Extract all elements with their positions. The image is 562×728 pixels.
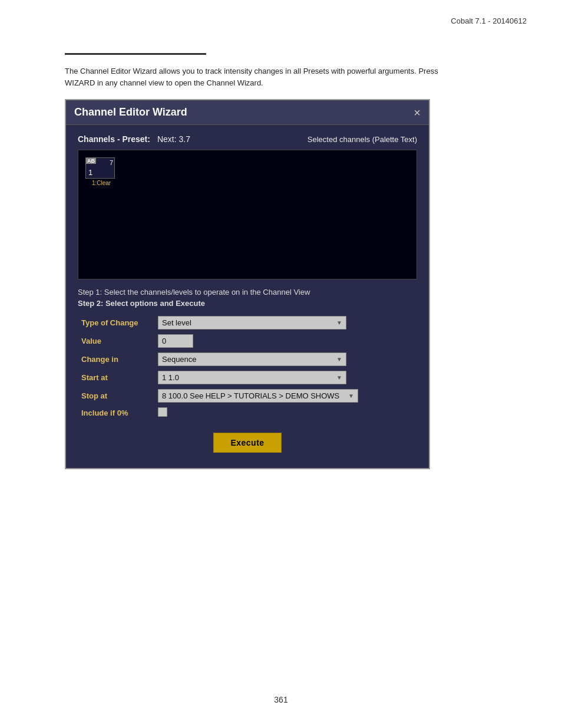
stop-at-label: Stop at [78, 387, 154, 405]
stop-at-dropdown[interactable]: 8 100.0 See HELP > TUTORIALS > DEMO SHOW… [158, 389, 358, 403]
options-table: Type of Change Set level ▼ Value [78, 314, 417, 421]
step2-text: Step 2: Select options and Execute [78, 299, 417, 308]
dropdown-arrow-icon4: ▼ [348, 393, 354, 399]
palette-text-label: Selected channels (Palette Text) [308, 135, 417, 144]
change-in-value: Sequence [162, 355, 197, 364]
option-row-value: Value [78, 332, 417, 350]
dropdown-arrow-icon: ▼ [336, 319, 342, 326]
type-of-change-value: Set level [162, 318, 191, 327]
include-if-label: Include if 0% [78, 405, 154, 421]
channels-row: Channels - Preset: Next: 3.7 Selected ch… [78, 134, 417, 144]
stop-at-control[interactable]: 8 100.0 See HELP > TUTORIALS > DEMO SHOW… [154, 387, 417, 405]
dropdown-arrow-icon2: ▼ [336, 356, 342, 363]
change-in-label: Change in [78, 350, 154, 368]
value-control[interactable] [154, 332, 417, 350]
channel-number: 1 [88, 168, 92, 177]
dialog-title: Channel Editor Wizard [74, 106, 187, 118]
execute-button[interactable]: Execute [213, 433, 281, 453]
section-divider [65, 53, 206, 55]
next-label: Next: 3.7 [157, 134, 190, 144]
dialog-body: Channels - Preset: Next: 3.7 Selected ch… [66, 125, 429, 468]
option-row-change-in: Change in Sequence ▼ [78, 350, 417, 368]
channel-editor-dialog: Channel Editor Wizard × Channels - Prese… [65, 99, 430, 469]
channel-ab-label: AB [86, 158, 96, 164]
start-at-label: Start at [78, 368, 154, 387]
channel-cell: AB 1 7 1:Clear [85, 157, 117, 186]
version-label: Cobalt 7.1 - 20140612 [451, 17, 527, 25]
change-in-control[interactable]: Sequence ▼ [154, 350, 417, 368]
type-of-change-dropdown[interactable]: Set level ▼ [158, 316, 346, 330]
type-of-change-label: Type of Change [78, 314, 154, 332]
page-number: 361 [274, 695, 287, 704]
stop-at-value: 8 100.0 See HELP > TUTORIALS > DEMO SHOW… [162, 391, 339, 400]
channel-box: AB 1 7 [85, 157, 115, 179]
option-row-start-at: Start at 1 1.0 ▼ [78, 368, 417, 387]
value-label: Value [78, 332, 154, 350]
dialog-titlebar: Channel Editor Wizard × [66, 100, 429, 125]
option-row-include-if: Include if 0% [78, 405, 417, 421]
start-at-control[interactable]: 1 1.0 ▼ [154, 368, 417, 387]
start-at-value: 1 1.0 [162, 373, 179, 382]
execute-row: Execute [78, 433, 417, 453]
change-in-dropdown[interactable]: Sequence ▼ [158, 353, 346, 366]
value-input[interactable] [158, 334, 193, 348]
option-row-stop-at: Stop at 8 100.0 See HELP > TUTORIALS > D… [78, 387, 417, 405]
intro-text: The Channel Editor Wizard allows you to … [65, 65, 442, 88]
option-row-type-of-change: Type of Change Set level ▼ [78, 314, 417, 332]
channel-name: 1:Clear [85, 180, 117, 186]
channel-level: 7 [108, 158, 114, 167]
start-at-dropdown[interactable]: 1 1.0 ▼ [158, 371, 346, 384]
dropdown-arrow-icon3: ▼ [336, 374, 342, 381]
type-of-change-control[interactable]: Set level ▼ [154, 314, 417, 332]
close-button[interactable]: × [414, 107, 421, 118]
include-if-control[interactable] [154, 405, 417, 421]
include-if-checkbox[interactable] [158, 407, 167, 417]
channel-grid: AB 1 7 1:Clear [78, 150, 417, 279]
step1-text: Step 1: Select the channels/levels to op… [78, 288, 417, 297]
channels-preset-label: Channels - Preset: [78, 134, 150, 144]
